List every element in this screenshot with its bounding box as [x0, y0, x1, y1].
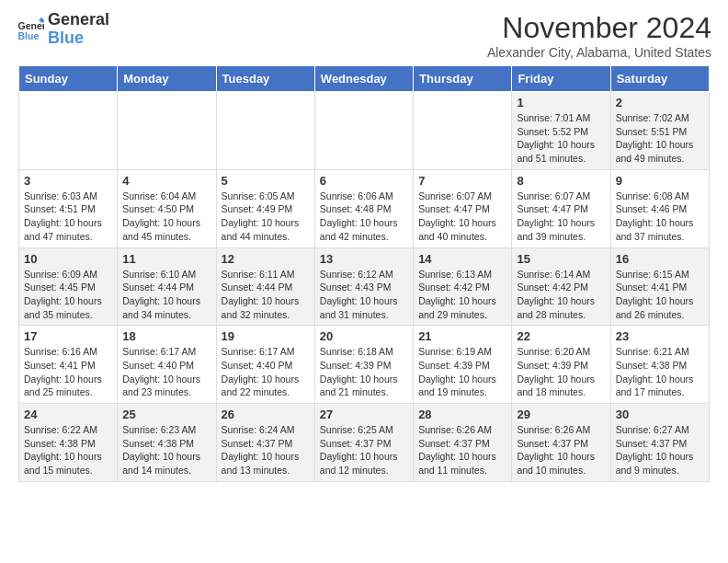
day-number: 26: [222, 408, 310, 421]
day-number: 23: [616, 329, 704, 343]
location: Alexander City, Alabama, United States: [487, 45, 711, 60]
title-block: November 2024 Alexander City, Alabama, U…: [487, 11, 711, 60]
weekday-header-monday: Monday: [118, 66, 216, 92]
calendar-table: SundayMondayTuesdayWednesdayThursdayFrid…: [18, 65, 710, 482]
header: General Blue General Blue November 2024 …: [0, 0, 728, 65]
day-cell: 22Sunrise: 6:20 AM Sunset: 4:39 PM Dayli…: [512, 326, 610, 404]
week-row-2: 10Sunrise: 6:09 AM Sunset: 4:45 PM Dayli…: [19, 247, 710, 326]
page-container: General Blue General Blue November 2024 …: [0, 0, 728, 491]
day-number: 5: [222, 174, 310, 188]
day-info: Sunrise: 6:11 AM Sunset: 4:44 PM Dayligh…: [222, 268, 310, 322]
day-number: 21: [418, 329, 506, 343]
day-info: Sunrise: 6:10 AM Sunset: 4:44 PM Dayligh…: [122, 268, 210, 322]
calendar-wrapper: SundayMondayTuesdayWednesdayThursdayFrid…: [0, 65, 728, 491]
day-cell: 14Sunrise: 6:13 AM Sunset: 4:42 PM Dayli…: [414, 247, 512, 326]
day-info: Sunrise: 6:25 AM Sunset: 4:37 PM Dayligh…: [320, 423, 408, 477]
day-number: 25: [122, 408, 210, 421]
day-info: Sunrise: 6:17 AM Sunset: 4:40 PM Dayligh…: [222, 345, 310, 399]
day-info: Sunrise: 6:23 AM Sunset: 4:38 PM Dayligh…: [122, 423, 210, 477]
logo-icon: General Blue: [17, 16, 44, 43]
day-number: 1: [517, 96, 605, 109]
day-number: 14: [418, 252, 506, 266]
day-info: Sunrise: 6:07 AM Sunset: 4:47 PM Dayligh…: [418, 190, 506, 244]
day-number: 6: [320, 174, 408, 188]
day-cell: 10Sunrise: 6:09 AM Sunset: 4:45 PM Dayli…: [19, 247, 118, 326]
day-number: 29: [517, 408, 605, 421]
day-cell: [314, 92, 413, 170]
day-info: Sunrise: 6:18 AM Sunset: 4:39 PM Dayligh…: [320, 345, 408, 399]
day-info: Sunrise: 6:05 AM Sunset: 4:49 PM Dayligh…: [222, 190, 310, 244]
day-cell: 13Sunrise: 6:12 AM Sunset: 4:43 PM Dayli…: [314, 247, 413, 326]
day-info: Sunrise: 6:06 AM Sunset: 4:48 PM Dayligh…: [320, 190, 408, 244]
day-cell: 12Sunrise: 6:11 AM Sunset: 4:44 PM Dayli…: [216, 247, 314, 326]
day-number: 13: [320, 252, 408, 266]
day-cell: 16Sunrise: 6:15 AM Sunset: 4:41 PM Dayli…: [610, 247, 709, 326]
week-row-1: 3Sunrise: 6:03 AM Sunset: 4:51 PM Daylig…: [19, 169, 710, 247]
day-info: Sunrise: 6:26 AM Sunset: 4:37 PM Dayligh…: [418, 423, 506, 477]
day-number: 11: [122, 252, 210, 266]
day-number: 19: [222, 329, 310, 343]
day-cell: [414, 92, 512, 170]
day-cell: 11Sunrise: 6:10 AM Sunset: 4:44 PM Dayli…: [118, 247, 216, 326]
day-cell: 27Sunrise: 6:25 AM Sunset: 4:37 PM Dayli…: [314, 404, 413, 482]
week-row-4: 24Sunrise: 6:22 AM Sunset: 4:38 PM Dayli…: [19, 404, 710, 482]
day-info: Sunrise: 6:26 AM Sunset: 4:37 PM Dayligh…: [517, 423, 605, 477]
day-info: Sunrise: 6:04 AM Sunset: 4:50 PM Dayligh…: [122, 190, 210, 244]
day-number: 27: [320, 408, 408, 421]
weekday-header-row: SundayMondayTuesdayWednesdayThursdayFrid…: [19, 66, 710, 92]
day-cell: 5Sunrise: 6:05 AM Sunset: 4:49 PM Daylig…: [216, 169, 314, 247]
day-cell: 25Sunrise: 6:23 AM Sunset: 4:38 PM Dayli…: [118, 404, 216, 482]
day-cell: 18Sunrise: 6:17 AM Sunset: 4:40 PM Dayli…: [118, 326, 216, 404]
day-info: Sunrise: 6:12 AM Sunset: 4:43 PM Dayligh…: [320, 268, 408, 322]
day-cell: [216, 92, 314, 170]
day-cell: 4Sunrise: 6:04 AM Sunset: 4:50 PM Daylig…: [118, 169, 216, 247]
day-info: Sunrise: 7:02 AM Sunset: 5:51 PM Dayligh…: [616, 111, 704, 166]
day-cell: 28Sunrise: 6:26 AM Sunset: 4:37 PM Dayli…: [414, 404, 512, 482]
weekday-header-saturday: Saturday: [610, 66, 709, 92]
weekday-header-wednesday: Wednesday: [314, 66, 413, 92]
day-info: Sunrise: 6:03 AM Sunset: 4:51 PM Dayligh…: [24, 190, 112, 244]
day-info: Sunrise: 6:24 AM Sunset: 4:37 PM Dayligh…: [222, 423, 310, 477]
day-info: Sunrise: 6:19 AM Sunset: 4:39 PM Dayligh…: [418, 345, 506, 399]
day-number: 20: [320, 329, 408, 343]
day-cell: 26Sunrise: 6:24 AM Sunset: 4:37 PM Dayli…: [216, 404, 314, 482]
day-cell: 3Sunrise: 6:03 AM Sunset: 4:51 PM Daylig…: [19, 169, 118, 247]
day-number: 10: [24, 252, 112, 266]
day-cell: [19, 92, 118, 170]
day-number: 17: [24, 329, 112, 343]
day-cell: 1Sunrise: 7:01 AM Sunset: 5:52 PM Daylig…: [512, 92, 610, 170]
day-info: Sunrise: 6:22 AM Sunset: 4:38 PM Dayligh…: [24, 423, 112, 477]
day-cell: 9Sunrise: 6:08 AM Sunset: 4:46 PM Daylig…: [610, 169, 709, 247]
day-number: 4: [122, 174, 210, 188]
day-number: 12: [222, 252, 310, 266]
day-cell: 7Sunrise: 6:07 AM Sunset: 4:47 PM Daylig…: [414, 169, 512, 247]
day-number: 30: [616, 408, 704, 421]
day-cell: 30Sunrise: 6:27 AM Sunset: 4:37 PM Dayli…: [610, 404, 709, 482]
weekday-header-friday: Friday: [512, 66, 610, 92]
day-number: 18: [122, 329, 210, 343]
day-cell: 8Sunrise: 6:07 AM Sunset: 4:47 PM Daylig…: [512, 169, 610, 247]
svg-text:Blue: Blue: [18, 29, 40, 40]
day-info: Sunrise: 6:07 AM Sunset: 4:47 PM Dayligh…: [517, 190, 605, 244]
day-info: Sunrise: 6:14 AM Sunset: 4:42 PM Dayligh…: [517, 268, 605, 322]
logo: General Blue General Blue: [17, 11, 109, 48]
weekday-header-tuesday: Tuesday: [216, 66, 314, 92]
day-cell: 6Sunrise: 6:06 AM Sunset: 4:48 PM Daylig…: [314, 169, 413, 247]
day-cell: 15Sunrise: 6:14 AM Sunset: 4:42 PM Dayli…: [512, 247, 610, 326]
logo-general: General: [48, 11, 109, 29]
month-title: November 2024: [487, 11, 711, 45]
day-cell: 23Sunrise: 6:21 AM Sunset: 4:38 PM Dayli…: [610, 326, 709, 404]
week-row-0: 1Sunrise: 7:01 AM Sunset: 5:52 PM Daylig…: [19, 92, 710, 170]
day-info: Sunrise: 6:16 AM Sunset: 4:41 PM Dayligh…: [24, 345, 112, 399]
day-info: Sunrise: 6:08 AM Sunset: 4:46 PM Dayligh…: [616, 190, 704, 244]
day-cell: 29Sunrise: 6:26 AM Sunset: 4:37 PM Dayli…: [512, 404, 610, 482]
week-row-3: 17Sunrise: 6:16 AM Sunset: 4:41 PM Dayli…: [19, 326, 710, 404]
day-cell: [118, 92, 216, 170]
day-number: 16: [616, 252, 704, 266]
day-cell: 2Sunrise: 7:02 AM Sunset: 5:51 PM Daylig…: [610, 92, 709, 170]
day-number: 8: [517, 174, 605, 188]
day-number: 3: [24, 174, 112, 188]
day-info: Sunrise: 6:27 AM Sunset: 4:37 PM Dayligh…: [616, 423, 704, 477]
day-info: Sunrise: 6:21 AM Sunset: 4:38 PM Dayligh…: [616, 345, 704, 399]
day-number: 2: [616, 96, 704, 109]
